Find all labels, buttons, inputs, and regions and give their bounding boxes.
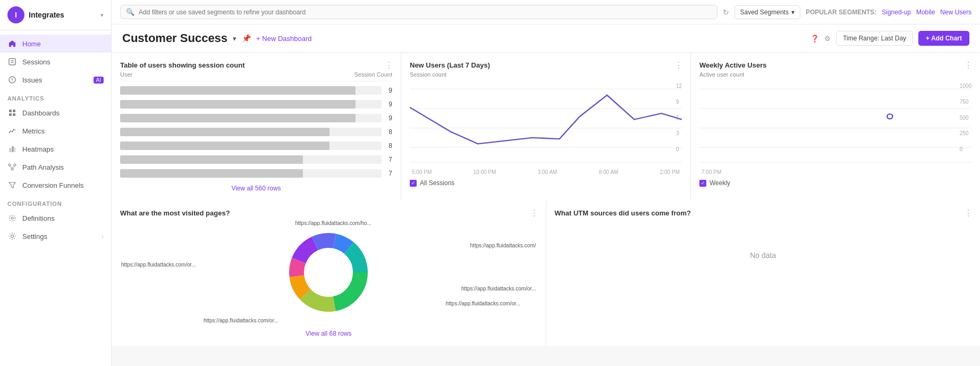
sidebar-item-sessions[interactable]: Sessions — [0, 53, 111, 71]
table-row: 8 — [120, 125, 392, 139]
svg-point-15 — [11, 168, 13, 170]
table-bar-wrap — [120, 86, 382, 95]
segment-new-users[interactable]: New Users — [940, 9, 971, 16]
dashboard-actions: ❓ ⚙ Time Range: Last Day + Add Chart — [810, 31, 969, 46]
table-bar — [120, 86, 356, 95]
table-col-session: Session Count — [354, 71, 392, 78]
saved-segments-button[interactable]: Saved Segments ▾ — [734, 5, 800, 19]
sidebar-item-path-analysis[interactable]: Path Analysis — [0, 158, 111, 176]
table-row: 9 — [120, 111, 392, 125]
table-row: 7 — [120, 167, 392, 180]
utm-chart-menu[interactable]: ⋮ — [964, 208, 973, 218]
svg-rect-8 — [9, 113, 12, 116]
new-users-chart-title: New Users (Last 7 Days) — [410, 61, 682, 69]
sidebar-item-label-definitions: Definitions — [22, 214, 55, 222]
sidebar-item-conversion-funnels[interactable]: Conversion Funnels — [0, 176, 111, 194]
weekly-legend: Weekly — [699, 179, 971, 187]
sidebar-item-metrics[interactable]: Metrics — [0, 122, 111, 140]
weekly-chart-menu[interactable]: ⋮ — [964, 60, 973, 70]
new-users-x-labels: 5:00 PM 10:00 PM 3:00 AM 8:00 AM 2:00 PM — [410, 169, 682, 175]
weekly-checkbox[interactable] — [699, 180, 706, 187]
new-users-chart-menu[interactable]: ⋮ — [674, 60, 683, 70]
path-icon — [7, 162, 17, 172]
table-chart-title: Table of users showing session count — [120, 61, 392, 69]
svg-point-31 — [887, 114, 892, 119]
donut-chart-area: https://app.fluidattacks.com/ho... https… — [120, 219, 537, 326]
issues-badge: AI — [94, 77, 104, 84]
sidebar-item-heatmaps[interactable]: Heatmaps — [0, 140, 111, 158]
main-area: 🔍 ↻ Saved Segments ▾ POPULAR SEGMENTS: S… — [112, 0, 980, 366]
table-bar-wrap — [120, 114, 382, 122]
utm-no-data: No data — [555, 219, 972, 292]
new-dashboard-button[interactable]: + New Dashboard — [256, 35, 311, 43]
table-bar — [120, 100, 356, 109]
settings-chevron-icon: › — [102, 233, 104, 239]
search-box[interactable]: 🔍 — [120, 5, 717, 19]
table-row: 9 — [120, 84, 392, 97]
utm-chart-title: What UTM sources did users come from? — [555, 209, 972, 217]
sidebar-item-label-issues: Issues — [22, 76, 43, 84]
pages-chart-menu[interactable]: ⋮ — [530, 208, 538, 218]
sidebar-nav: Home Sessions Issues AI ANALYTICS Dashbo… — [0, 30, 111, 366]
pages-chart-title: What are the most visited pages? — [120, 209, 537, 217]
sidebar-item-label-settings: Settings — [22, 232, 47, 240]
view-all-table-link[interactable]: View all 560 rows — [120, 185, 392, 192]
table-row: 7 — [120, 153, 392, 167]
metrics-icon — [7, 126, 17, 136]
view-all-pages-link[interactable]: View all 68 rows — [120, 330, 537, 337]
sidebar-item-settings[interactable]: Settings › — [0, 227, 111, 245]
sidebar-item-label-conversion-funnels: Conversion Funnels — [22, 181, 84, 189]
new-users-chart-subtitle: Session count — [410, 71, 682, 78]
sidebar-item-home[interactable]: Home — [0, 35, 111, 53]
table-bar-wrap — [120, 100, 382, 109]
donut-label-3: https://app.fluidattacks.com/or... — [121, 262, 196, 268]
dashboard-title: Customer Success — [122, 31, 227, 45]
svg-point-18 — [11, 217, 13, 219]
table-bar — [120, 128, 330, 136]
saved-segments-chevron: ▾ — [791, 9, 795, 16]
help-icon[interactable]: ❓ — [810, 35, 819, 43]
time-range-button[interactable]: Time Range: Last Day — [836, 31, 913, 46]
svg-point-13 — [9, 164, 11, 166]
table-val: 7 — [386, 170, 392, 177]
table-chart-menu[interactable]: ⋮ — [385, 60, 393, 70]
segment-mobile[interactable]: Mobile — [916, 9, 935, 16]
dashboard-settings-icon[interactable]: ⚙ — [824, 35, 831, 43]
segment-signed-up[interactable]: Signed-up — [882, 9, 911, 16]
table-bar — [120, 169, 303, 178]
analytics-section-label: ANALYTICS — [0, 89, 111, 104]
add-chart-button[interactable]: + Add Chart — [918, 31, 969, 46]
search-icon: 🔍 — [126, 8, 134, 16]
search-input[interactable] — [139, 9, 712, 16]
sidebar-item-label-home: Home — [22, 40, 41, 48]
weekly-chart-title: Weekly Active Users — [699, 61, 971, 69]
issues-icon — [7, 75, 17, 85]
dashboard-title-chevron[interactable]: ▾ — [233, 35, 236, 43]
svg-rect-10 — [9, 148, 11, 152]
refresh-button[interactable]: ↻ — [723, 8, 729, 16]
topbar: 🔍 ↻ Saved Segments ▾ POPULAR SEGMENTS: S… — [112, 0, 980, 24]
new-users-line-chart: 129630 — [410, 83, 682, 168]
svg-point-14 — [14, 164, 16, 166]
sidebar-item-label-heatmaps: Heatmaps — [22, 145, 54, 153]
table-val: 9 — [386, 114, 392, 122]
table-bar-wrap — [120, 142, 382, 150]
sessions-icon — [7, 57, 17, 66]
svg-line-16 — [10, 166, 12, 168]
all-sessions-checkbox[interactable] — [410, 180, 417, 187]
table-col-user: User — [120, 71, 132, 78]
table-rows-container: 9 9 9 8 8 7 7 — [120, 84, 392, 180]
sidebar-chevron-icon[interactable]: ▾ — [100, 12, 104, 19]
top-row: ⋮ Table of users showing session count U… — [112, 53, 980, 201]
svg-point-5 — [12, 81, 12, 81]
sidebar: I Integrates ▾ Home Sessions Issues AI A… — [0, 0, 112, 366]
pin-icon[interactable]: 📌 — [242, 34, 251, 43]
svg-rect-9 — [13, 113, 15, 116]
sidebar-item-issues[interactable]: Issues AI — [0, 71, 111, 89]
sidebar-item-definitions[interactable]: Definitions — [0, 209, 111, 227]
pages-chart-panel: ⋮ What are the most visited pages? — [112, 201, 546, 346]
bottom-row: ⋮ What are the most visited pages? — [112, 201, 980, 346]
content-area: ⋮ Table of users showing session count U… — [112, 53, 980, 366]
sidebar-item-label-metrics: Metrics — [22, 127, 45, 135]
sidebar-item-dashboards[interactable]: Dashboards — [0, 104, 111, 122]
